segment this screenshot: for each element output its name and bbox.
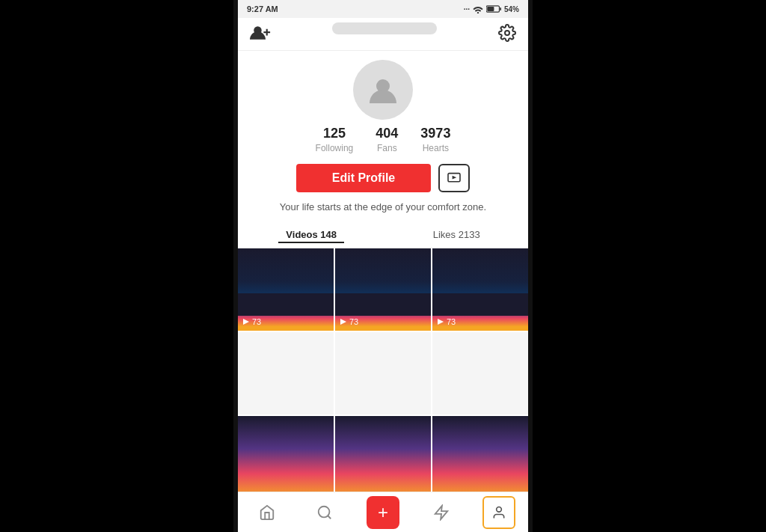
battery-pct: 54%: [504, 5, 519, 13]
top-nav: [238, 18, 528, 51]
bio-text: Your life starts at the edge of your com…: [265, 201, 501, 213]
following-count: 125: [323, 126, 346, 141]
fans-count: 404: [376, 126, 398, 141]
avatar: [353, 60, 413, 120]
svg-rect-2: [500, 7, 501, 10]
edit-profile-button[interactable]: Edit Profile: [296, 164, 431, 192]
battery-icon: [486, 4, 501, 13]
tab-videos[interactable]: Videos 148: [278, 227, 344, 243]
video-cell-2[interactable]: 73: [335, 248, 431, 331]
svg-marker-10: [453, 176, 457, 180]
video-cell-5[interactable]: [335, 332, 431, 415]
username-placeholder: [332, 22, 437, 34]
video-cell-8[interactable]: [335, 416, 431, 498]
buttons-row: Edit Profile: [296, 164, 470, 192]
svg-point-17: [497, 507, 502, 512]
svg-line-15: [328, 516, 331, 519]
hearts-count: 3973: [420, 126, 450, 141]
status-bar: 9:27 AM ··· 54%: [238, 0, 528, 18]
time-display: 9:27 AM: [247, 4, 278, 13]
nav-search[interactable]: [308, 496, 341, 529]
bottom-nav: +: [238, 492, 528, 532]
play-count-3: 73: [437, 317, 456, 326]
svg-marker-12: [340, 319, 346, 325]
video-cell-6[interactable]: [432, 332, 528, 415]
svg-marker-16: [435, 505, 447, 519]
hearts-label: Hearts: [423, 143, 449, 153]
video-cell-7[interactable]: [238, 416, 334, 498]
video-cell-4[interactable]: [238, 332, 334, 415]
tab-row: Videos 148 Likes 2133: [238, 223, 528, 248]
nav-activity[interactable]: [425, 496, 458, 529]
svg-point-0: [477, 12, 479, 13]
profile-section: 125 Following 404 Fans 3973 Hearts Edit …: [238, 51, 528, 248]
settings-button[interactable]: [498, 24, 516, 45]
nav-profile[interactable]: [482, 496, 515, 529]
fans-label: Fans: [377, 143, 397, 153]
signal-dots: ···: [464, 5, 470, 13]
stat-following: 125 Following: [316, 126, 354, 153]
video-cell-9[interactable]: [432, 416, 528, 498]
nav-home[interactable]: [251, 496, 284, 529]
wifi-icon: [473, 4, 483, 13]
svg-rect-3: [487, 7, 494, 11]
video-grid: 73 73 73: [238, 248, 528, 498]
video-cell-3[interactable]: 73: [432, 248, 528, 331]
stats-row: 125 Following 404 Fans 3973 Hearts: [316, 126, 451, 153]
svg-point-14: [319, 506, 330, 517]
svg-marker-13: [438, 319, 444, 325]
following-label: Following: [316, 143, 354, 153]
nav-add[interactable]: +: [367, 496, 399, 529]
svg-marker-11: [243, 319, 249, 325]
stat-fans: 404 Fans: [376, 126, 398, 153]
phone-frame: 9:27 AM ··· 54%: [233, 0, 533, 532]
svg-point-7: [505, 31, 509, 35]
play-count-2: 73: [340, 317, 358, 326]
add-friend-button[interactable]: [250, 25, 271, 44]
status-icons: ··· 54%: [464, 4, 519, 13]
play-count-1: 73: [242, 317, 261, 326]
stat-hearts: 3973 Hearts: [420, 126, 450, 153]
video-cell-1[interactable]: 73: [238, 248, 334, 331]
tv-button[interactable]: [438, 164, 470, 192]
plus-icon: +: [378, 502, 388, 523]
tab-likes[interactable]: Likes 2133: [426, 227, 488, 243]
